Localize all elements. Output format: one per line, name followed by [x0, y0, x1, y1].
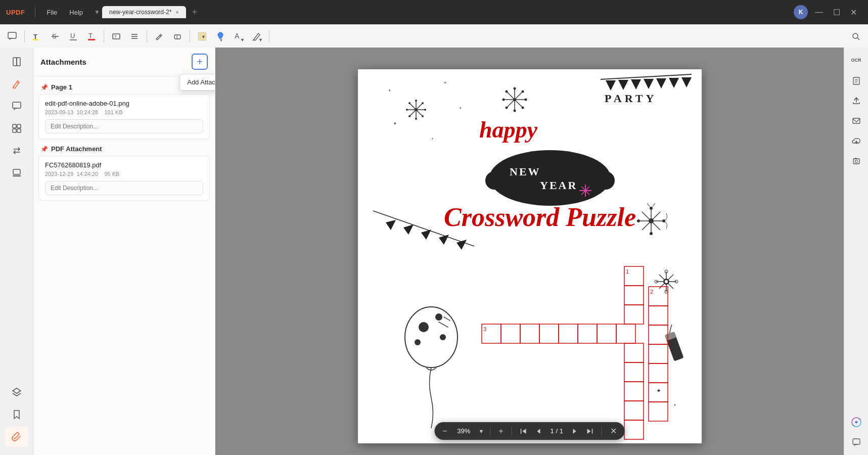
svg-rect-27 [17, 58, 20, 66]
pdf-viewer: PARTY [215, 48, 844, 455]
attachment-filename-0: edit-pdf-online-adobe-01.png [45, 100, 203, 107]
sidebar-bottom [5, 382, 28, 451]
app-logo: UPDF [6, 9, 25, 16]
nav-prev-btn[interactable] [533, 427, 544, 436]
user-avatar[interactable]: K [794, 5, 808, 19]
svg-line-28 [17, 82, 18, 83]
sidebar-bookmark-btn[interactable] [5, 404, 28, 425]
svg-point-130 [665, 280, 668, 283]
nav-next-btn[interactable] [569, 427, 580, 436]
close-btn[interactable]: ✕ [847, 6, 860, 19]
zoom-out-btn[interactable]: − [440, 426, 449, 437]
list-btn[interactable] [126, 28, 143, 44]
sidebar-reader-btn[interactable] [5, 52, 28, 72]
right-sidebar: OCR [844, 48, 868, 455]
eraser-btn[interactable] [169, 28, 186, 44]
zoom-in-btn[interactable]: + [496, 426, 505, 437]
svg-point-117 [650, 232, 653, 235]
menu-file[interactable]: File [41, 7, 62, 18]
sidebar-edit-btn[interactable] [5, 74, 28, 94]
search-btn[interactable] [848, 28, 864, 44]
group-label-pdf: PDF Attachment [51, 145, 102, 153]
comment-btn[interactable] [4, 28, 20, 44]
comment-panel-btn[interactable] [848, 434, 865, 451]
sidebar-stamp-btn[interactable] [5, 163, 28, 183]
svg-point-118 [637, 219, 640, 222]
sidebar-layers-btn[interactable] [5, 382, 28, 402]
svg-text:▼: ▼ [201, 34, 206, 39]
sidebar-attachments-btn[interactable] [5, 427, 28, 447]
draw-btn[interactable] [151, 28, 167, 44]
zoom-divider-3 [602, 426, 602, 436]
svg-point-55 [513, 87, 516, 90]
svg-text:NEW: NEW [510, 165, 541, 178]
zoom-close-btn[interactable]: ✕ [608, 425, 619, 437]
svg-point-62 [505, 107, 508, 109]
svg-rect-29 [13, 102, 21, 108]
zoom-bar: − 39% ▼ + 1 / 1 [434, 422, 625, 440]
import-pdf-btn[interactable] [848, 72, 865, 89]
svg-text:+: + [431, 136, 434, 141]
svg-rect-2 [33, 39, 38, 40]
attachment-group-pdf: 📌 PDF Attachment FC5762680819.pdf 2023-1… [38, 143, 210, 201]
pen-tool-btn[interactable]: ▼ [249, 28, 265, 44]
text-box-btn[interactable]: T [108, 28, 124, 44]
maximize-btn[interactable]: ☐ [830, 6, 843, 19]
toolbar: T S U T T ▼ ▼ A ▼ [0, 24, 868, 48]
window-controls: K — ☐ ✕ [794, 5, 868, 19]
new-tab-btn[interactable]: + [189, 7, 201, 18]
nav-first-btn[interactable] [518, 427, 529, 436]
tab-arrow-icon[interactable]: ▼ [94, 9, 100, 16]
svg-rect-0 [8, 32, 16, 38]
ai-features-btn[interactable] [848, 414, 865, 431]
panel-header: Attachments + Add Attachment... [33, 48, 215, 76]
svg-point-78 [422, 115, 424, 117]
svg-point-74 [415, 118, 417, 120]
svg-point-75 [406, 109, 408, 111]
zoom-dropdown-btn[interactable]: ▼ [478, 428, 484, 434]
minimize-btn[interactable]: — [812, 6, 826, 19]
active-tab[interactable]: new-year-crossword-2* × [102, 6, 186, 18]
tab-bar: ▼ new-year-crossword-2* × + [94, 6, 794, 18]
attachment-meta-1: 2023-12-29 14:24:20 95 KB [45, 171, 203, 177]
strikethrough-btn[interactable]: S [47, 28, 63, 44]
text-color-btn[interactable]: T [83, 28, 100, 44]
screenshot-btn[interactable] [848, 153, 865, 170]
underline-btn[interactable]: U [65, 28, 81, 44]
nav-last-btn[interactable] [584, 427, 596, 436]
pen-color-btn[interactable]: ▼ [212, 28, 229, 44]
svg-text:+: + [444, 80, 446, 85]
sidebar-convert-btn[interactable] [5, 141, 28, 161]
attachment-desc-input-1[interactable] [45, 181, 203, 195]
svg-point-76 [422, 102, 424, 104]
zoom-divider-1 [490, 426, 490, 436]
cloud-btn[interactable] [848, 132, 865, 150]
tab-close-btn[interactable]: × [175, 9, 178, 15]
svg-point-100 [435, 313, 442, 321]
svg-text:✦: ✦ [393, 121, 397, 126]
main-area: Attachments + Add Attachment... 📌 Page 1… [0, 48, 868, 455]
menu-help[interactable]: Help [64, 7, 88, 18]
svg-text:1: 1 [626, 268, 629, 275]
svg-text:▼: ▼ [240, 37, 244, 42]
attachment-card-1: FC5762680819.pdf 2023-12-29 14:24:20 95 … [38, 156, 210, 201]
svg-point-87 [485, 171, 504, 190]
sidebar-organize-btn[interactable] [5, 118, 28, 139]
email-btn[interactable] [848, 112, 865, 129]
attachment-desc-input-0[interactable] [45, 119, 203, 133]
svg-text:▼: ▼ [258, 37, 262, 42]
svg-point-19 [218, 32, 223, 37]
svg-rect-168 [853, 118, 860, 123]
add-attachment-btn[interactable]: + Add Attachment... [192, 54, 208, 70]
svg-text:3: 3 [483, 326, 486, 332]
ocr-btn[interactable]: OCR [848, 52, 865, 69]
color-fill-btn[interactable]: ▼ [194, 28, 210, 44]
highlight-btn[interactable]: T [29, 28, 45, 44]
sidebar-comment-btn[interactable] [5, 96, 28, 116]
svg-point-101 [415, 339, 421, 345]
svg-text:2: 2 [650, 289, 653, 295]
export-btn[interactable] [848, 92, 865, 109]
svg-text:★: ★ [423, 336, 433, 349]
add-text-btn[interactable]: A ▼ [231, 28, 247, 44]
pin-icon: 📌 [40, 84, 48, 91]
